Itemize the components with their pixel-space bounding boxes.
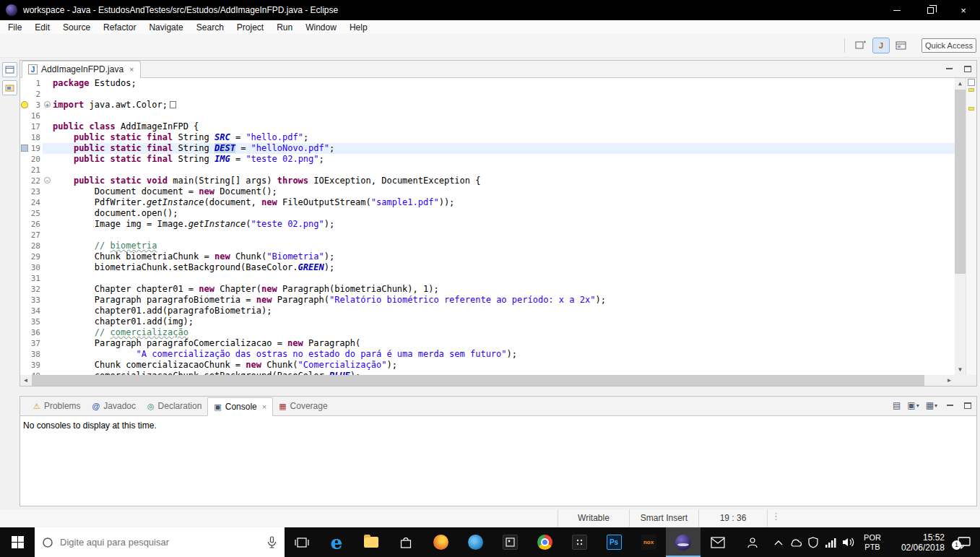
code-line-1[interactable]: 1package Estudos; xyxy=(20,78,976,89)
restore-view-icon[interactable] xyxy=(2,62,17,77)
horizontal-scrollbar[interactable]: ◄ ► xyxy=(20,375,955,386)
quick-access-box[interactable]: Quick Access xyxy=(922,38,976,53)
code-line-35[interactable]: 35 chapter01.add(img); xyxy=(20,316,976,327)
code-line-18[interactable]: 18 public static final String SRC = "hel… xyxy=(20,132,976,143)
menu-edit[interactable]: Edit xyxy=(28,21,56,34)
fold-toggle-icon[interactable]: + xyxy=(43,100,53,111)
nox-button[interactable]: nox xyxy=(631,527,666,557)
close-view-icon[interactable]: × xyxy=(262,402,266,411)
code-line-30[interactable]: 30 biometriaChunk.setBackground(BaseColo… xyxy=(20,262,976,273)
menu-window[interactable]: Window xyxy=(299,21,343,34)
onedrive-cloud-icon[interactable] xyxy=(787,527,805,557)
volume-icon[interactable] xyxy=(839,527,857,557)
menu-search[interactable]: Search xyxy=(190,21,230,34)
menu-help[interactable]: Help xyxy=(343,21,374,34)
menu-run[interactable]: Run xyxy=(270,21,299,34)
code-line-21[interactable]: 21 xyxy=(20,165,976,176)
java-browsing-perspective-icon[interactable] xyxy=(893,38,910,53)
code-line-34[interactable]: 34 chapter01.add(paragrafoBiometria); xyxy=(20,306,976,316)
code-line-25[interactable]: 25 document.open(); xyxy=(20,208,976,219)
warning-mark[interactable] xyxy=(968,107,974,111)
start-button[interactable] xyxy=(0,527,35,557)
photoshop-button[interactable]: Ps xyxy=(597,527,631,557)
mail-button[interactable] xyxy=(701,527,735,557)
menu-refactor[interactable]: Refactor xyxy=(97,21,142,34)
code-line-32[interactable]: 32 Chapter chapter01 = new Chapter(new P… xyxy=(20,284,976,295)
taskbar-search[interactable]: Digite aqui para pesquisar xyxy=(35,527,285,557)
security-icon[interactable] xyxy=(805,527,822,557)
scroll-right-icon[interactable]: ► xyxy=(944,375,955,386)
code-line-19[interactable]: 19 public static final String DEST = "he… xyxy=(20,143,976,154)
warning-mark[interactable] xyxy=(968,88,974,92)
package-explorer-icon[interactable] xyxy=(2,80,17,95)
action-center-icon[interactable]: 1 xyxy=(948,527,980,557)
code-line-2[interactable]: 2 xyxy=(20,89,976,100)
open-console-icon[interactable]: ▦▾ xyxy=(926,400,937,410)
menu-file[interactable]: File xyxy=(1,21,28,34)
code-line-24[interactable]: 24 PdfWriter.getInstance(document, new F… xyxy=(20,197,976,208)
menu-navigate[interactable]: Navigate xyxy=(142,21,189,34)
status-overflow-icon[interactable]: ⋮ xyxy=(771,511,781,522)
console-content[interactable]: No consoles to display at this time. xyxy=(20,416,976,506)
horizontal-scroll-thumb[interactable] xyxy=(32,375,924,386)
view-tab-javadoc[interactable]: @Javadoc xyxy=(87,397,142,415)
fold-toggle-icon[interactable]: - xyxy=(43,176,53,186)
vertical-scrollbar[interactable]: ▲ ▼ xyxy=(955,78,966,375)
file-explorer-button[interactable] xyxy=(354,527,389,557)
people-button[interactable] xyxy=(735,527,770,557)
display-console-icon[interactable]: ▣▾ xyxy=(907,400,919,410)
code-line-31[interactable]: 31 xyxy=(20,273,976,284)
minimize-window-icon[interactable] xyxy=(880,0,914,20)
java-perspective-icon[interactable]: J xyxy=(872,38,890,53)
code-line-20[interactable]: 20 public static final String IMG = "tes… xyxy=(20,154,976,165)
language-indicator[interactable]: POR PTB xyxy=(857,533,888,552)
code-line-27[interactable]: 27 xyxy=(20,230,976,241)
clock[interactable]: 15:52 02/06/2018 xyxy=(888,532,948,553)
code-line-33[interactable]: 33 Paragraph paragrafoBiometria = new Pa… xyxy=(20,295,976,306)
code-line-38[interactable]: 38 "A comercialização das ostras no esta… xyxy=(20,349,976,360)
code-line-22[interactable]: 22- public static void main(String[] arg… xyxy=(20,176,976,186)
code-line-29[interactable]: 29 Chunk biometriaChunk = new Chunk("Bio… xyxy=(20,251,976,262)
vertical-scroll-thumb[interactable] xyxy=(955,90,966,274)
menu-project[interactable]: Project xyxy=(230,21,270,34)
firefox-button[interactable] xyxy=(423,527,458,557)
code-line-37[interactable]: 37 Paragraph paragrafoComercializacao = … xyxy=(20,338,976,349)
view-tab-coverage[interactable]: ▦Coverage xyxy=(273,397,333,415)
menu-source[interactable]: Source xyxy=(56,21,97,34)
tray-expand-icon[interactable] xyxy=(770,527,787,557)
close-window-icon[interactable]: × xyxy=(947,0,980,20)
eclipse-taskbar-button[interactable] xyxy=(666,527,701,557)
code-line-26[interactable]: 26 Image img = Image.getInstance("teste … xyxy=(20,219,976,230)
minimize-console-icon[interactable] xyxy=(944,400,955,411)
dark-app-button[interactable] xyxy=(562,527,597,557)
code-line-17[interactable]: 17public class AddImageInFPD { xyxy=(20,121,976,132)
view-tab-declaration[interactable]: ◎Declaration xyxy=(142,397,207,415)
editor-tab[interactable]: J AddImageInFPD.java × xyxy=(22,61,141,78)
code-line-28[interactable]: 28 // biometria xyxy=(20,241,976,251)
code-line-39[interactable]: 39 Chunk comercializacaoChunk = new Chun… xyxy=(20,360,976,371)
chrome-button[interactable] xyxy=(527,527,562,557)
task-view-button[interactable] xyxy=(285,527,319,557)
view-tab-problems[interactable]: ⚠Problems xyxy=(27,397,87,415)
edge-button[interactable]: e xyxy=(319,527,354,557)
thunderbird-button[interactable] xyxy=(458,527,493,557)
code-line-23[interactable]: 23 Document document = new Document(); xyxy=(20,186,976,197)
code-line-16[interactable]: 16 xyxy=(20,111,976,121)
network-icon[interactable] xyxy=(822,527,839,557)
scroll-up-icon[interactable]: ▲ xyxy=(955,78,966,89)
pin-console-icon[interactable]: ▤ xyxy=(893,400,901,410)
code-editor[interactable]: 1package Estudos;23+import java.awt.Colo… xyxy=(20,78,976,375)
maximize-editor-icon[interactable] xyxy=(962,63,974,74)
maximize-console-icon[interactable] xyxy=(962,400,974,411)
scroll-down-icon[interactable]: ▼ xyxy=(955,364,966,375)
code-line-36[interactable]: 36 // comercialização xyxy=(20,327,976,338)
scroll-left-icon[interactable]: ◄ xyxy=(20,375,31,386)
open-perspective-icon[interactable] xyxy=(852,38,870,53)
close-tab-icon[interactable]: × xyxy=(129,65,134,74)
photos-button[interactable] xyxy=(493,527,527,557)
minimize-editor-icon[interactable] xyxy=(943,63,955,74)
code-line-3[interactable]: 3+import java.awt.Color; xyxy=(20,100,976,111)
store-button[interactable] xyxy=(389,527,423,557)
view-tab-console[interactable]: ▣Console× xyxy=(207,397,273,416)
restore-window-icon[interactable] xyxy=(914,0,947,20)
